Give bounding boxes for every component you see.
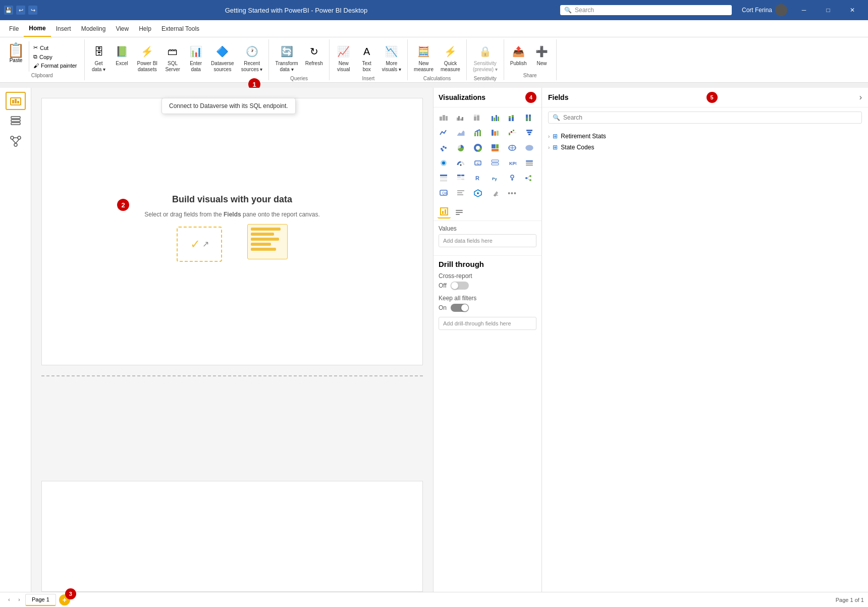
- treemap-icon[interactable]: [488, 141, 502, 155]
- smart-narrative-icon[interactable]: [454, 186, 468, 200]
- copy-button[interactable]: ⧉ Copy: [31, 52, 79, 61]
- azure-maps-icon[interactable]: [471, 186, 485, 200]
- add-page-button[interactable]: + 3: [59, 594, 70, 605]
- menu-home[interactable]: Home: [24, 20, 50, 37]
- add-drill-fields-box[interactable]: Add drill-through fields here: [439, 317, 536, 330]
- menu-modeling[interactable]: Modeling: [76, 20, 111, 37]
- menu-file[interactable]: File: [4, 20, 24, 37]
- title-search-box[interactable]: 🔍 Search: [560, 5, 732, 15]
- canvas-page-area[interactable]: Build visuals with your data Select or d…: [41, 98, 423, 365]
- ribbon-chart-icon[interactable]: [488, 126, 502, 140]
- clustered-bar-icon[interactable]: [454, 111, 468, 125]
- enter-data-icon: 📊: [188, 43, 204, 60]
- sidebar-model-icon[interactable]: [6, 132, 26, 150]
- scatter-chart-icon[interactable]: [437, 141, 451, 155]
- user-avatar[interactable]: [775, 4, 787, 16]
- quick-measure-button[interactable]: ⚡ Quickmeasure: [438, 41, 463, 75]
- format-tab[interactable]: [453, 205, 466, 218]
- qa-icon[interactable]: Q&A: [437, 186, 451, 200]
- python-icon[interactable]: Py: [488, 171, 502, 185]
- pie-chart-icon[interactable]: [454, 141, 468, 155]
- more-visuals-button[interactable]: 📉 Morevisuals ▾: [379, 41, 404, 75]
- table-icon-vis[interactable]: [437, 171, 451, 185]
- funnel-chart-icon[interactable]: [522, 126, 536, 140]
- transform-data-button[interactable]: 🔄 Transformdata ▾: [272, 41, 301, 75]
- slicer-icon[interactable]: [522, 156, 536, 170]
- retirement-stats-item[interactable]: › ⊞ Retirement Stats: [548, 131, 862, 142]
- area-chart-icon[interactable]: [454, 126, 468, 140]
- cut-button[interactable]: ✂ Cut: [31, 43, 79, 52]
- cross-report-toggle[interactable]: [451, 282, 469, 290]
- page-1-tab[interactable]: Page 1: [25, 594, 56, 606]
- sensitivity-button[interactable]: 🔒 Sensitivity(preview) ▾: [470, 41, 501, 75]
- new-measure-button[interactable]: 🧮 Newmeasure: [411, 41, 437, 75]
- refresh-button[interactable]: ↻ Refresh: [302, 41, 326, 69]
- canvas-second-page[interactable]: [41, 481, 423, 592]
- filled-map-icon[interactable]: [522, 141, 536, 155]
- 100-stacked-column-icon[interactable]: [522, 111, 536, 125]
- eraser-icon[interactable]: [488, 186, 502, 200]
- r-visual-icon[interactable]: R: [471, 171, 485, 185]
- line-chart-icon[interactable]: [437, 126, 451, 140]
- donut-chart-icon[interactable]: [471, 141, 485, 155]
- new-button[interactable]: ➕ New: [531, 41, 553, 69]
- state-codes-item[interactable]: › ⊞ State Codes: [548, 142, 862, 153]
- build-visual-tab[interactable]: [438, 205, 451, 218]
- excel-button[interactable]: 📗 Excel: [111, 41, 133, 69]
- map-icon[interactable]: [505, 141, 519, 155]
- azure-map-icon[interactable]: [437, 156, 451, 170]
- more-visuals-icon-small[interactable]: •••: [505, 186, 519, 200]
- sidebar-report-icon[interactable]: [6, 92, 26, 110]
- menu-external-tools[interactable]: External Tools: [156, 20, 204, 37]
- maximize-button[interactable]: □: [817, 0, 840, 20]
- fields-search-input[interactable]: [563, 114, 857, 121]
- svg-rect-27: [498, 117, 499, 121]
- paste-button[interactable]: 📋 Paste: [3, 41, 29, 72]
- enter-data-button[interactable]: 📊 Enterdata: [185, 41, 207, 75]
- menu-insert[interactable]: Insert: [51, 20, 76, 37]
- line-clustered-column-icon[interactable]: [471, 126, 485, 140]
- publish-button[interactable]: 📤 Publish: [507, 41, 530, 69]
- get-data-button[interactable]: 🗄 Getdata ▾: [88, 41, 110, 75]
- menu-view[interactable]: View: [111, 20, 134, 37]
- matrix-icon[interactable]: [454, 171, 468, 185]
- prev-page-button[interactable]: ‹: [4, 595, 14, 605]
- power-bi-datasets-button[interactable]: ⚡ Power BIdatasets: [134, 41, 161, 75]
- undo-icon[interactable]: ↩: [16, 6, 25, 15]
- next-page-button[interactable]: ›: [14, 595, 24, 605]
- decomposition-tree-icon[interactable]: [522, 171, 536, 185]
- kpi-icon[interactable]: KPI: [505, 156, 519, 170]
- svg-rect-76: [440, 179, 447, 180]
- vis-tab-row: [433, 203, 541, 221]
- redo-icon[interactable]: ↪: [28, 6, 37, 15]
- format-painter-button[interactable]: 🖌 Format painter: [31, 62, 79, 70]
- stacked-column-icon[interactable]: [505, 111, 519, 125]
- menu-help[interactable]: Help: [134, 20, 156, 37]
- sql-server-button[interactable]: 🗃 SQLServer: [161, 41, 184, 75]
- gauge-icon[interactable]: [454, 156, 468, 170]
- clustered-column-icon[interactable]: [488, 111, 502, 125]
- new-visual-button[interactable]: 📈 Newvisual: [333, 41, 355, 75]
- svg-rect-31: [512, 115, 514, 117]
- svg-rect-39: [492, 130, 494, 136]
- waterfall-chart-icon[interactable]: [505, 126, 519, 140]
- stacked-bar-icon[interactable]: [437, 111, 451, 125]
- save-icon[interactable]: 💾: [4, 6, 13, 15]
- dataverse-sources-icon: 🔷: [214, 43, 231, 60]
- multirow-card-icon[interactable]: [488, 156, 502, 170]
- dataverse-sources-button[interactable]: 🔷 Dataversesources: [208, 41, 237, 75]
- key-influencers-icon[interactable]: [505, 171, 519, 185]
- 100-stacked-bar-icon[interactable]: [471, 111, 485, 125]
- minimize-button[interactable]: ─: [792, 0, 816, 20]
- sidebar-data-icon[interactable]: [6, 112, 26, 130]
- card-icon[interactable]: 42: [471, 156, 485, 170]
- recent-sources-button[interactable]: 🕐 Recentsources ▾: [238, 41, 266, 75]
- text-box-button[interactable]: A Textbox: [356, 41, 378, 75]
- collapse-fields-button[interactable]: ›: [859, 93, 862, 102]
- svg-text:Q&A: Q&A: [442, 191, 448, 195]
- add-data-fields-box[interactable]: Add data fields here: [439, 234, 536, 247]
- insert-group-label: Insert: [362, 76, 374, 81]
- keep-filters-toggle[interactable]: [451, 304, 469, 312]
- fields-search-box[interactable]: 🔍: [548, 112, 862, 124]
- close-button[interactable]: ✕: [841, 0, 864, 20]
